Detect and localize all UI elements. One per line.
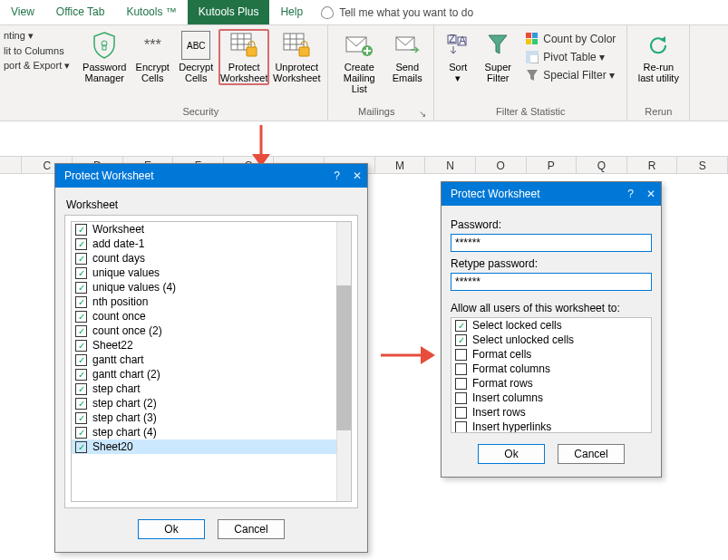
col-header[interactable]: P (527, 156, 578, 173)
select-all-corner[interactable] (0, 156, 22, 173)
cancel-button[interactable]: Cancel (558, 444, 625, 464)
worksheet-list-item[interactable]: ✓gantt chart (72, 352, 351, 367)
checkbox-icon[interactable]: ✓ (75, 412, 87, 424)
checkbox-icon[interactable]: ✓ (75, 282, 87, 294)
help-icon[interactable]: ? (334, 169, 340, 182)
super-filter-button[interactable]: SuperFilter (478, 29, 518, 85)
col-header[interactable]: M (375, 156, 426, 173)
dialog-launcher-icon[interactable]: ↘ (419, 109, 426, 119)
worksheet-list-item[interactable]: ✓count once (2) (72, 323, 351, 338)
protect-worksheet-button[interactable]: ProtectWorksheet (218, 29, 269, 85)
worksheet-list-item[interactable]: ✓gantt chart (2) (72, 367, 351, 381)
special-filter-button[interactable]: Special Filter ▾ (523, 67, 617, 83)
checkbox-icon[interactable] (455, 421, 467, 433)
checkbox-icon[interactable]: ✓ (75, 427, 87, 439)
checkbox-icon[interactable]: ✓ (75, 238, 87, 250)
titlebar[interactable]: Protect Worksheet ? ✕ (442, 182, 661, 206)
unprotect-worksheet-button[interactable]: UnprotectWorksheet (271, 29, 322, 85)
checkbox-icon[interactable] (455, 378, 467, 390)
worksheet-list-item[interactable]: ✓ Worksheet (72, 222, 351, 237)
overflow-item[interactable]: port & Export ▾ (2, 59, 72, 72)
worksheet-list-item[interactable]: ✓nth position (72, 294, 351, 309)
checkbox-icon[interactable]: ✓ (75, 296, 87, 308)
worksheet-list-item[interactable]: ✓Sheet22 (72, 338, 351, 352)
col-header[interactable]: R (627, 156, 678, 173)
allow-list-item[interactable]: Format cells (451, 347, 651, 362)
worksheet-list-item[interactable]: ✓Sheet20 (72, 439, 351, 454)
allow-list-item[interactable]: ✓Select unlocked cells (451, 333, 651, 347)
checkbox-icon[interactable]: ✓ (455, 320, 467, 332)
retype-password-input[interactable] (451, 273, 652, 291)
scrollbar-thumb[interactable] (336, 285, 351, 430)
allow-listbox[interactable]: ✓Select locked cells✓Select unlocked cel… (451, 317, 652, 433)
group-label: Mailings (334, 104, 419, 119)
tab-kutools[interactable]: Kutools ™ (115, 0, 187, 24)
checkbox-icon[interactable]: ✓ (75, 267, 87, 279)
allow-list-item[interactable]: ✓Select locked cells (451, 318, 651, 333)
worksheet-listbox[interactable]: ✓ Worksheet✓add date-1✓count days✓unique… (71, 221, 352, 502)
allow-list-item[interactable]: Insert columns (451, 391, 651, 405)
checkbox-icon[interactable]: ✓ (75, 369, 87, 381)
checkbox-icon[interactable]: ✓ (75, 398, 87, 410)
help-icon[interactable]: ? (627, 188, 634, 200)
password-manager-button[interactable]: PasswordManager (79, 29, 130, 85)
password-input[interactable] (451, 234, 652, 252)
rerun-last-utility-button[interactable]: Re-runlast utility (633, 29, 684, 85)
worksheet-list-item[interactable]: ✓unique values (72, 266, 351, 280)
tab-office-tab[interactable]: Office Tab (45, 0, 116, 24)
checkbox-icon[interactable]: ✓ (75, 354, 87, 366)
checkbox-icon[interactable]: ✓ (75, 311, 87, 323)
checkbox-icon[interactable]: ✓ (75, 253, 87, 265)
encrypt-cells-button[interactable]: *** EncryptCells (131, 29, 173, 85)
tell-me-search[interactable]: Tell me what you want to do (314, 0, 480, 24)
worksheet-list-item[interactable]: ✓count days (72, 251, 351, 266)
tab-view[interactable]: View (0, 0, 45, 24)
worksheet-list-item[interactable]: ✓step chart (3) (72, 410, 351, 425)
checkbox-icon[interactable]: ✓ (75, 441, 87, 453)
checkbox-icon[interactable]: ✓ (75, 224, 87, 236)
worksheet-list-item[interactable]: ✓step chart (4) (72, 425, 351, 439)
create-mailing-list-button[interactable]: CreateMailing List (334, 29, 384, 96)
pivot-table-button[interactable]: Pivot Table ▾ (523, 49, 617, 65)
col-header[interactable]: Q (577, 156, 627, 173)
checkbox-icon[interactable] (455, 392, 467, 404)
ok-button[interactable]: Ok (138, 519, 205, 539)
shield-lock-icon (90, 31, 119, 60)
col-header[interactable]: S (677, 156, 728, 173)
worksheet-list-item[interactable]: ✓step chart (2) (72, 396, 351, 410)
scrollbar[interactable] (336, 222, 351, 501)
checkbox-icon[interactable]: ✓ (75, 340, 87, 352)
count-by-color-button[interactable]: Count by Color (523, 31, 617, 47)
allow-list-item[interactable]: Format columns (451, 362, 651, 376)
worksheet-list-item[interactable]: ✓step chart (72, 381, 351, 396)
worksheet-list-item[interactable]: ✓count once (72, 309, 351, 323)
send-emails-button[interactable]: SendEmails (386, 29, 428, 85)
col-header[interactable]: N (425, 156, 476, 173)
checkbox-icon[interactable]: ✓ (455, 334, 467, 346)
worksheet-list-item[interactable]: ✓add date-1 (72, 237, 351, 251)
close-icon[interactable]: ✕ (646, 188, 655, 200)
col-header[interactable]: O (476, 156, 527, 173)
worksheet-list-item[interactable]: ✓unique values (4) (72, 280, 351, 294)
sort-button[interactable]: ZA Sort▾ (440, 29, 476, 85)
ok-button[interactable]: Ok (478, 444, 545, 464)
checkbox-icon[interactable] (455, 407, 467, 419)
checkbox-icon[interactable]: ✓ (75, 325, 87, 337)
close-icon[interactable]: ✕ (353, 169, 362, 182)
group-mailings: CreateMailing List SendEmails Mailings ↘ (328, 25, 434, 121)
overflow-item[interactable]: nting ▾ (2, 29, 72, 43)
checkbox-icon[interactable] (455, 363, 467, 375)
checkbox-icon[interactable]: ✓ (75, 383, 87, 395)
allow-list-item[interactable]: Format rows (451, 376, 651, 391)
decrypt-cells-button[interactable]: ABC DecryptCells (175, 29, 217, 85)
allow-list-item[interactable]: Insert rows (451, 405, 651, 420)
btn-label: SuperFilter (485, 62, 511, 83)
cancel-button[interactable]: Cancel (218, 519, 285, 539)
checkbox-icon[interactable] (455, 349, 467, 361)
allow-list-item[interactable]: Insert hyperlinks (451, 420, 651, 433)
tab-help[interactable]: Help (269, 0, 314, 24)
overflow-item[interactable]: lit to Columns (2, 44, 72, 57)
list-item-label: add date-1 (92, 237, 144, 250)
tab-kutools-plus[interactable]: Kutools Plus (188, 0, 270, 24)
titlebar[interactable]: Protect Worksheet ? ✕ (55, 164, 367, 188)
